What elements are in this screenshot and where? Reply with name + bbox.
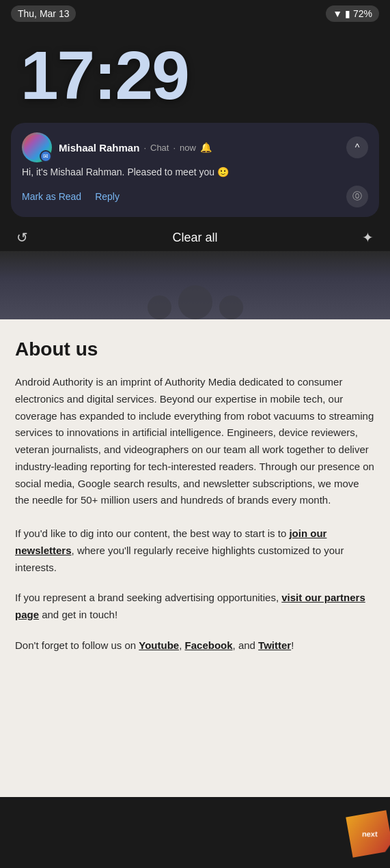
notification-separator2: · (173, 143, 176, 153)
status-date: Thu, Mar 13 (11, 5, 76, 22)
notification-header: ✉ Mishaal Rahman · Chat · now 🔔 ^ (22, 132, 368, 162)
notification-sender-name: Mishaal Rahman (59, 142, 139, 154)
clock-area: 17:29 (0, 27, 390, 116)
snooze-icon: ⓪ (352, 190, 362, 203)
bg-circle-2 (178, 285, 212, 319)
content-area: About us Android Authority is an imprint… (0, 319, 390, 797)
notification-action-buttons: Mark as Read Reply (22, 191, 120, 202)
snooze-button[interactable]: ⓪ (346, 186, 368, 207)
notification-separator1: · (143, 143, 146, 153)
notification-expand-button[interactable]: ^ (346, 136, 368, 158)
mark-as-read-button[interactable]: Mark as Read (22, 191, 81, 202)
about-paragraph-3: If you represent a brand seeking adverti… (15, 590, 375, 624)
twitter-link[interactable]: Twitter (258, 639, 291, 651)
status-bar: Thu, Mar 13 ▼ ▮ 72% (0, 0, 390, 27)
battery-icon: ▮ (345, 8, 353, 19)
bg-circle-3 (219, 295, 243, 319)
about-paragraph-2: If you'd like to dig into our content, t… (15, 525, 375, 576)
clear-all-bar: ↺ Clear all ✦ (0, 224, 390, 251)
corner-badge-text: next (362, 830, 378, 838)
para4-sep1: , (179, 639, 184, 651)
avatar-badge: ✉ (40, 150, 52, 162)
notification-card: ✉ Mishaal Rahman · Chat · now 🔔 ^ Hi, it… (11, 123, 379, 217)
chevron-up-icon: ^ (355, 142, 360, 153)
bg-decoration (148, 285, 243, 319)
notification-sender-info: ✉ Mishaal Rahman · Chat · now 🔔 (22, 132, 212, 162)
para3-prefix: If you represent a brand seeking adverti… (15, 592, 281, 603)
clock-time: 17:29 (20, 41, 189, 109)
notification-actions: Mark as Read Reply ⓪ (22, 186, 368, 207)
about-paragraph-1: Android Authority is an imprint of Autho… (15, 374, 375, 509)
notification-time: now (180, 143, 196, 153)
background-image-area (0, 251, 390, 319)
battery-status: ▼ ▮ 72% (326, 5, 379, 22)
notification-bell-icon: 🔔 (200, 142, 212, 153)
bg-circle-1 (148, 295, 171, 319)
about-title: About us (15, 338, 375, 360)
notification-source: Chat (150, 143, 169, 153)
facebook-link[interactable]: Facebook (185, 639, 233, 651)
avatar: ✉ (22, 132, 52, 162)
battery-percentage: 72% (353, 8, 372, 19)
para4-prefix: Don't forget to follow us on (15, 639, 139, 651)
para4-end: ! (291, 639, 294, 651)
notification-settings-icon[interactable]: ✦ (362, 229, 374, 246)
reply-button[interactable]: Reply (95, 191, 120, 202)
clear-all-button[interactable]: Clear all (172, 231, 217, 245)
youtube-link[interactable]: Youtube (139, 639, 179, 651)
history-icon[interactable]: ↺ (16, 229, 28, 246)
para3-suffix: and get in touch! (39, 609, 117, 620)
wifi-icon: ▼ (333, 8, 345, 19)
notification-message: Hi, it's Mishaal Rahman. Pleased to meet… (22, 167, 368, 177)
notification-meta: Mishaal Rahman · Chat · now 🔔 (59, 142, 212, 154)
about-paragraph-4: Don't forget to follow us on Youtube, Fa… (15, 637, 375, 654)
corner-badge[interactable]: next (346, 810, 390, 858)
para4-sep2: , and (233, 639, 259, 651)
para2-prefix: If you'd like to dig into our content, t… (15, 527, 289, 539)
chat-icon: ✉ (43, 153, 48, 160)
